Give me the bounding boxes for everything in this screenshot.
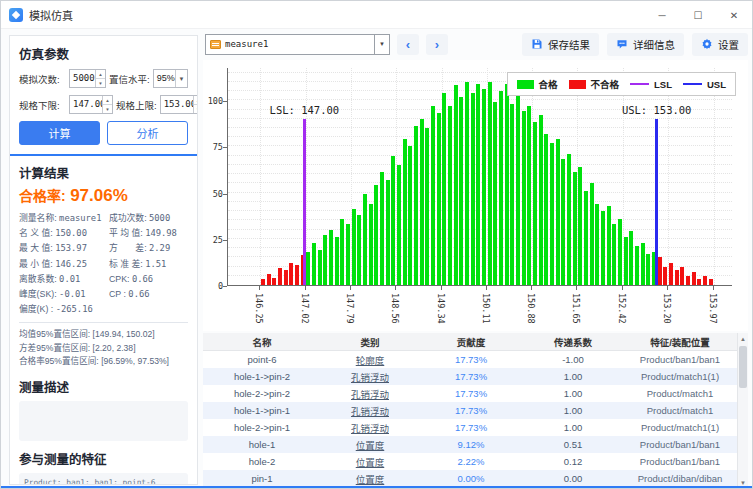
histogram-chart: LSL: 147.00USL: 153.00 0255075100 146.25… (203, 60, 748, 331)
settings-button[interactable]: 设置 (692, 33, 748, 56)
lsl-spinner[interactable]: 147.00 ▲▼ (69, 95, 113, 114)
ci-line: 合格率95%置信区间: [96.59%, 97.53%] (19, 355, 188, 369)
table-cell[interactable]: 17.73% (419, 388, 523, 399)
table-cell[interactable]: 位置度 (321, 455, 419, 469)
usl-spin-buttons[interactable]: ▲▼ (193, 96, 198, 113)
spin-up-icon[interactable]: ▲ (103, 96, 112, 105)
measure-combobox[interactable]: measure1 ▼ (205, 34, 390, 55)
analyze-button[interactable]: 分析 (107, 121, 188, 145)
histogram-bar (346, 224, 350, 285)
confidence-value[interactable]: 95% (154, 70, 175, 87)
stat-value: 0.66 (132, 274, 153, 284)
histogram-bar (607, 206, 611, 285)
table-cell[interactable]: 0.00% (419, 473, 523, 484)
scrollbar-thumb[interactable] (739, 346, 747, 388)
spin-down-icon[interactable]: ▼ (96, 79, 105, 87)
table-row[interactable]: hole-2位置度2.22%0.12Product/ban1/ban1 (203, 453, 737, 470)
spin-down-icon[interactable]: ▼ (103, 105, 112, 113)
blue-divider (10, 154, 197, 156)
y-tick-label: 75 (203, 142, 223, 152)
x-tick-mark (713, 286, 714, 290)
table-cell[interactable]: 轮廓度 (321, 353, 419, 367)
table-cell[interactable]: 17.73% (419, 422, 523, 433)
sim-count-value[interactable]: 5000 (70, 70, 95, 87)
spin-up-icon[interactable]: ▲ (194, 96, 198, 105)
stat-label: 峰度(SK): (19, 289, 57, 299)
confidence-select[interactable]: 95% ▼ (153, 69, 188, 88)
lsl-spin-buttons[interactable]: ▲▼ (102, 96, 112, 113)
lsl-label: LSL: 147.00 (270, 104, 340, 116)
spin-up-icon[interactable]: ▲ (96, 70, 105, 79)
measure-combobox-value[interactable]: measure1 (225, 39, 374, 49)
calculate-button[interactable]: 计算 (19, 121, 100, 145)
table-cell[interactable]: 位置度 (321, 472, 419, 486)
legend-item: USL (683, 79, 726, 90)
lsl-value[interactable]: 147.00 (70, 96, 102, 113)
table-row[interactable]: pin-1位置度0.00%0.00Product/diban/diban (203, 470, 737, 487)
table-cell: 1.00 (523, 371, 623, 382)
stat-value: 150.00 (55, 228, 87, 238)
save-results-button[interactable]: 保存结果 (522, 33, 599, 56)
table-cell[interactable]: 孔销浮动 (321, 421, 419, 435)
sim-count-spinner[interactable]: 5000 ▲▼ (69, 69, 106, 88)
spin-down-icon[interactable]: ▼ (194, 105, 198, 113)
x-tick-label: 153.20 (662, 293, 672, 324)
histogram-bar (408, 146, 412, 285)
close-button[interactable]: ✕ (716, 1, 752, 29)
stat-value: 5000 (149, 213, 170, 223)
table-cell[interactable]: 孔销浮动 (321, 387, 419, 401)
table-cell: Product/ban1/ban1 (623, 439, 737, 450)
table-cell[interactable]: 2.22% (419, 456, 523, 467)
table-row[interactable]: hole-1->pin-1孔销浮动17.73%1.00Product/match… (203, 402, 737, 419)
usl-value[interactable]: 153.00 (161, 96, 193, 113)
histogram-bar (272, 278, 276, 285)
legend-swatch (569, 80, 586, 89)
prev-measure-button[interactable]: ‹ (397, 34, 419, 55)
table-cell[interactable]: 17.73% (419, 371, 523, 382)
table-cell[interactable]: 孔销浮动 (321, 404, 419, 418)
app-icon (9, 8, 23, 22)
details-button[interactable]: 详细信息 (607, 33, 684, 56)
chevron-down-icon[interactable]: ▼ (374, 35, 389, 54)
scroll-up-icon[interactable]: ▲ (738, 333, 748, 344)
table-cell[interactable]: 9.12% (419, 439, 523, 450)
table-row[interactable]: hole-1位置度9.12%0.51Product/ban1/ban1 (203, 436, 737, 453)
next-measure-button[interactable]: › (426, 34, 448, 55)
table-row[interactable]: hole-1->pin-2孔销浮动17.73%1.00Product/match… (203, 368, 737, 385)
table-cell: hole-1 (203, 439, 321, 450)
histogram-bar (318, 250, 322, 285)
y-tick-mark (223, 286, 227, 287)
table-cell[interactable]: 17.73% (419, 354, 523, 365)
sim-count-spin-buttons[interactable]: ▲▼ (95, 70, 105, 87)
histogram-bar (686, 276, 690, 285)
legend-item: 不合格 (569, 77, 620, 91)
histogram-bar (505, 84, 509, 285)
table-row[interactable]: hole-2->pin-1孔销浮动17.73%1.00Product/match… (203, 419, 737, 436)
measure-desc-box[interactable] (19, 401, 188, 441)
table-row[interactable]: point-6轮廓度17.73%-1.00Product/ban1/ban1 (203, 351, 737, 368)
histogram-bar (493, 102, 497, 285)
minimize-button[interactable]: ─ (644, 1, 680, 29)
histogram-bar (454, 85, 458, 285)
table-cell: hole-1->pin-2 (203, 371, 321, 382)
histogram-bar (476, 84, 480, 285)
histogram-bar (267, 274, 271, 285)
table-row[interactable]: hole-2->pin-2孔销浮动17.73%1.00Product/match… (203, 385, 737, 402)
features-box[interactable]: Product: ban1: ban1: point-6Product: ban… (19, 473, 188, 485)
table-cell[interactable]: 孔销浮动 (321, 370, 419, 384)
stat-label: CP : (109, 289, 126, 299)
table-cell: 1.00 (523, 405, 623, 416)
stat-item: 最 小 值: 146.25 (19, 257, 105, 272)
table-cell[interactable]: 位置度 (321, 438, 419, 452)
usl-spinner[interactable]: 153.00 ▲▼ (160, 95, 198, 114)
histogram-bar (284, 270, 288, 285)
table-cell[interactable]: 17.73% (419, 405, 523, 416)
stat-value: 0.66 (128, 289, 149, 299)
stat-item: 峰度(SK): -0.01 (19, 287, 105, 302)
x-tick-label: 152.42 (617, 293, 627, 324)
histogram-bar (312, 243, 316, 285)
table-cell: 0.51 (523, 439, 623, 450)
table-scrollbar[interactable]: ▲ ▼ (737, 333, 748, 488)
maximize-button[interactable]: ☐ (680, 1, 716, 29)
chevron-down-icon[interactable]: ▼ (175, 70, 187, 87)
